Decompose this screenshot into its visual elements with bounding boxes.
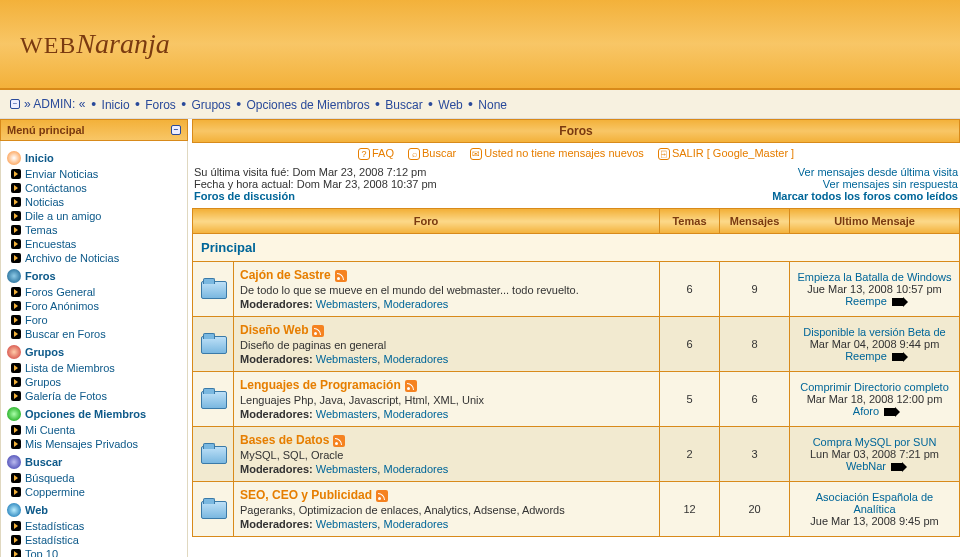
sidebar-link[interactable]: Lista de Miembros (25, 362, 115, 374)
sidebar-link[interactable]: Galería de Fotos (25, 390, 107, 402)
sidebar-item[interactable]: Lista de Miembros (5, 361, 183, 375)
site-logo[interactable]: WEBNaranja (20, 28, 170, 60)
sidebar-item[interactable]: Top 10 (5, 547, 183, 557)
last-post-user-link[interactable]: Reempe (845, 295, 887, 307)
sidebar-link[interactable]: Mis Mensajes Privados (25, 438, 138, 450)
sidebar-item[interactable]: Estadística (5, 533, 183, 547)
last-post-user-link[interactable]: WebNar (846, 460, 886, 472)
last-post-title-link[interactable]: Disponible la versión Beta de (803, 326, 945, 338)
sidebar-group-foros[interactable]: Foros (7, 269, 183, 283)
collapse-icon[interactable]: − (10, 99, 20, 109)
sidebar-item[interactable]: Contáctanos (5, 181, 183, 195)
admin-link-foros[interactable]: Foros (142, 98, 179, 112)
sidebar-link[interactable]: Contáctanos (25, 182, 87, 194)
sidebar-item[interactable]: Buscar en Foros (5, 327, 183, 341)
sidebar-item[interactable]: Temas (5, 223, 183, 237)
goto-post-icon[interactable] (891, 463, 903, 471)
sidebar-item[interactable]: Enviar Noticias (5, 167, 183, 181)
forum-name-link[interactable]: Bases de Datos (240, 433, 329, 447)
sidebar-link[interactable]: Estadística (25, 534, 79, 546)
admin-link-none[interactable]: None (475, 98, 507, 112)
goto-post-icon[interactable] (884, 408, 896, 416)
sidebar-item[interactable]: Foro Anónimos (5, 299, 183, 313)
sidebar-item[interactable]: Grupos (5, 375, 183, 389)
sidebar-item[interactable]: Mi Cuenta (5, 423, 183, 437)
search-link[interactable]: ⌕Buscar (408, 147, 456, 160)
sidebar-item[interactable]: Foro (5, 313, 183, 327)
sidebar-item[interactable]: Dile a un amigo (5, 209, 183, 223)
moderator-link[interactable]: Webmasters (316, 408, 378, 420)
sidebar-group-opciones-de-miembros[interactable]: Opciones de Miembros (7, 407, 183, 421)
admin-link-buscar[interactable]: Buscar (382, 98, 426, 112)
sidebar-item[interactable]: Encuestas (5, 237, 183, 251)
rss-icon[interactable] (405, 380, 417, 392)
last-post-user-link[interactable]: Reempe (845, 350, 887, 362)
sidebar-group-grupos[interactable]: Grupos (7, 345, 183, 359)
sidebar-link[interactable]: Temas (25, 224, 57, 236)
sidebar-item[interactable]: Archivo de Noticias (5, 251, 183, 265)
sidebar-link[interactable]: Foro Anónimos (25, 300, 99, 312)
sidebar-link[interactable]: Encuestas (25, 238, 76, 250)
rss-icon[interactable] (376, 490, 388, 502)
sidebar-link[interactable]: Mi Cuenta (25, 424, 75, 436)
sidebar-item[interactable]: Mis Mensajes Privados (5, 437, 183, 451)
goto-post-icon[interactable] (892, 353, 904, 361)
moderator-link[interactable]: Moderadores (383, 518, 448, 530)
sidebar-item[interactable]: Foros General (5, 285, 183, 299)
moderator-link[interactable]: Moderadores (383, 353, 448, 365)
no-new-messages-link[interactable]: ✉Usted no tiene mensajes nuevos (470, 147, 644, 160)
sidebar-group-buscar[interactable]: Buscar (7, 455, 183, 469)
sidebar-item[interactable]: Noticias (5, 195, 183, 209)
sidebar-link[interactable]: Top 10 (25, 548, 58, 557)
forum-name-link[interactable]: SEO, CEO y Publicidad (240, 488, 372, 502)
moderator-link[interactable]: Webmasters (316, 298, 378, 310)
rss-icon[interactable] (312, 325, 324, 337)
sidebar-item[interactable]: Galería de Fotos (5, 389, 183, 403)
sidebar-link[interactable]: Grupos (25, 376, 61, 388)
sidebar-group-inicio[interactable]: Inicio (7, 151, 183, 165)
forum-index-link[interactable]: Foros de discusión (194, 190, 295, 202)
forum-name-link[interactable]: Lenguajes de Programación (240, 378, 401, 392)
category-link[interactable]: Principal (201, 240, 256, 255)
goto-post-icon[interactable] (892, 298, 904, 306)
moderator-link[interactable]: Webmasters (316, 353, 378, 365)
collapse-icon[interactable]: − (171, 125, 181, 135)
mark-all-read-link[interactable]: Marcar todos los foros como leídos (772, 190, 958, 202)
rss-icon[interactable] (335, 270, 347, 282)
admin-link-opciones-de-miembros[interactable]: Opciones de Miembros (243, 98, 373, 112)
sidebar-link[interactable]: Buscar en Foros (25, 328, 106, 340)
view-unanswered-link[interactable]: Ver mensajes sin respuesta (772, 178, 958, 190)
logout-link[interactable]: ⍈SALIR [ Google_Master ] (658, 147, 794, 160)
moderator-link[interactable]: Webmasters (316, 518, 378, 530)
last-post-user-link[interactable]: Aforo (853, 405, 879, 417)
moderator-link[interactable]: Moderadores (383, 408, 448, 420)
faq-link[interactable]: ?FAQ (358, 147, 394, 160)
last-post-title-link[interactable]: Compra MySQL por SUN (813, 436, 937, 448)
sidebar-link[interactable]: Estadísticas (25, 520, 84, 532)
moderator-link[interactable]: Webmasters (316, 463, 378, 475)
sidebar-link[interactable]: Archivo de Noticias (25, 252, 119, 264)
sidebar-item[interactable]: Estadísticas (5, 519, 183, 533)
admin-link-grupos[interactable]: Grupos (188, 98, 234, 112)
sidebar-link[interactable]: Foro (25, 314, 48, 326)
view-since-last-link[interactable]: Ver mensajes desde última visita (772, 166, 958, 178)
forum-name-link[interactable]: Cajón de Sastre (240, 268, 331, 282)
sidebar-link[interactable]: Foros General (25, 286, 95, 298)
sidebar-group-web[interactable]: Web (7, 503, 183, 517)
admin-link-web[interactable]: Web (435, 98, 466, 112)
sidebar-link[interactable]: Noticias (25, 196, 64, 208)
sidebar-link[interactable]: Coppermine (25, 486, 85, 498)
sidebar-link[interactable]: Enviar Noticias (25, 168, 98, 180)
forum-name-link[interactable]: Diseño Web (240, 323, 308, 337)
moderator-link[interactable]: Moderadores (383, 463, 448, 475)
rss-icon[interactable] (333, 435, 345, 447)
last-post-title-link[interactable]: Empieza la Batalla de Windows (797, 271, 951, 283)
admin-link-inicio[interactable]: Inicio (98, 98, 133, 112)
sidebar-link[interactable]: Búsqueda (25, 472, 75, 484)
sidebar-item[interactable]: Coppermine (5, 485, 183, 499)
sidebar-item[interactable]: Búsqueda (5, 471, 183, 485)
last-post-title-link[interactable]: Asociación Española de Analítica (816, 491, 933, 515)
sidebar-link[interactable]: Dile a un amigo (25, 210, 101, 222)
last-post-title-link[interactable]: Comprimir Directorio completo (800, 381, 949, 393)
moderator-link[interactable]: Moderadores (383, 298, 448, 310)
